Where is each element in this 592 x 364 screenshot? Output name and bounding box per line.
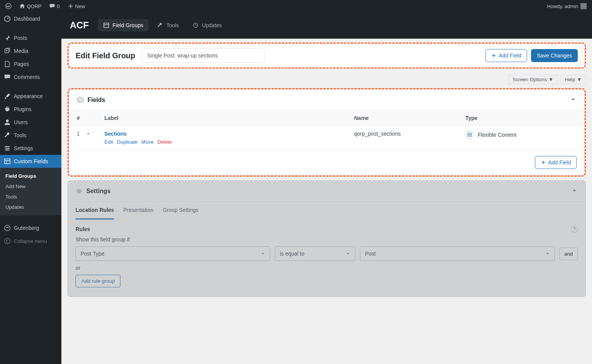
account-link[interactable]: Howdy, admin [547, 3, 589, 9]
settings-panel: Settings Location Rules Presentation Gro… [68, 180, 586, 297]
svg-rect-7 [5, 159, 10, 164]
rules-heading: Rules [76, 226, 90, 232]
screen-options-button[interactable]: Screen Options▼ [508, 75, 557, 84]
svg-point-6 [6, 149, 8, 151]
svg-rect-13 [468, 135, 472, 137]
chevron-down-icon[interactable] [86, 131, 91, 136]
col-type-header: Type [465, 115, 577, 121]
delete-link[interactable]: Delete [157, 139, 172, 145]
menu-appearance[interactable]: Appearance [0, 90, 61, 103]
chevron-down-icon [545, 251, 550, 256]
help-icon[interactable]: ? [571, 226, 578, 233]
tab-location-rules[interactable]: Location Rules [76, 202, 114, 220]
wrench-icon [4, 132, 11, 139]
pin-icon [4, 34, 11, 41]
fields-panel-title: Fields [87, 97, 105, 103]
add-field-button-bottom[interactable]: Add Field [535, 156, 577, 169]
site-name-link[interactable]: QORP [17, 3, 44, 9]
settings-panel-title: Settings [86, 188, 110, 195]
duplicate-link[interactable]: Duplicate [117, 139, 137, 145]
page-title: Edit Field Group [76, 51, 135, 60]
howdy-text: Howdy, admin [547, 3, 578, 9]
highlight-fields-panel: Fields # Label Name Type 1 Sections [68, 88, 586, 177]
layout-icon [4, 158, 11, 165]
menu-users[interactable]: Users [0, 116, 61, 129]
wp-logo[interactable] [3, 3, 14, 9]
svg-point-5 [8, 148, 9, 149]
admin-sidebar: Dashboard Posts Media Pages Comments App… [0, 12, 61, 364]
rule-value-select[interactable]: Post [360, 246, 554, 261]
menu-custom-fields[interactable]: Custom Fields [0, 155, 61, 168]
svg-point-3 [6, 120, 8, 122]
field-group-title-input[interactable] [142, 48, 264, 63]
gutenberg-icon [4, 225, 11, 231]
field-label-link[interactable]: Sections [104, 131, 127, 137]
submenu-tools[interactable]: Tools [0, 192, 61, 202]
submenu-add-new[interactable]: Add New [0, 181, 61, 192]
caret-down-icon: ▼ [577, 77, 582, 82]
menu-posts[interactable]: Posts [0, 31, 61, 44]
rule-operator-select[interactable]: is equal to [275, 246, 355, 261]
acf-tab-tools[interactable]: Tools [152, 19, 184, 31]
collapse-panel-button[interactable] [570, 96, 577, 104]
edit-link[interactable]: Edit [104, 139, 113, 145]
sliders-icon [4, 145, 11, 152]
or-separator: or [76, 265, 578, 271]
field-type-label: Flexible Content [478, 132, 516, 138]
plugin-icon [4, 106, 11, 113]
fields-panel: Fields # Label Name Type 1 Sections [69, 89, 585, 175]
rule-row: Post Type is equal to Post and [76, 246, 578, 261]
tab-presentation[interactable]: Presentation [123, 202, 153, 220]
row-actions: Edit Duplicate Move Delete [104, 139, 354, 145]
menu-gutenberg[interactable]: Gutenberg [0, 221, 61, 234]
help-button[interactable]: Help▼ [561, 75, 586, 84]
chevron-up-icon [570, 96, 577, 103]
collapse-icon [4, 238, 11, 244]
svg-rect-10 [104, 23, 109, 27]
tab-group-settings[interactable]: Group Settings [163, 202, 198, 220]
layout-icon [103, 22, 109, 28]
field-order: 1 [77, 131, 80, 137]
page-icon [4, 61, 11, 67]
menu-media[interactable]: Media [0, 44, 61, 57]
and-button[interactable]: and [559, 248, 578, 260]
comment-icon [49, 3, 55, 9]
collapse-settings-button[interactable] [571, 187, 578, 195]
add-rule-group-button[interactable]: Add rule group [76, 275, 120, 287]
highlight-titlebar: Edit Field Group Add Field Save Changes [68, 43, 586, 69]
user-icon [4, 119, 11, 126]
menu-pages[interactable]: Pages [0, 57, 61, 71]
field-row[interactable]: 1 Sections Edit Duplicate Move Delete qo… [69, 126, 584, 150]
acf-tab-field-groups[interactable]: Field Groups [98, 19, 148, 31]
col-num-header: # [77, 115, 104, 121]
rule-param-select[interactable]: Post Type [76, 246, 270, 261]
acf-tab-updates[interactable]: Updates [187, 19, 227, 31]
menu-settings[interactable]: Settings [0, 142, 61, 155]
save-changes-button[interactable]: Save Changes [531, 49, 578, 62]
comment-icon [4, 74, 11, 80]
comments-link[interactable]: 0 [47, 3, 62, 9]
gear-icon [77, 97, 84, 103]
svg-point-14 [78, 190, 80, 192]
svg-point-4 [6, 146, 7, 148]
menu-plugins[interactable]: Plugins [0, 103, 61, 116]
add-field-button-top[interactable]: Add Field [485, 49, 527, 62]
site-name: QORP [27, 3, 41, 9]
submenu-field-groups[interactable]: Field Groups [0, 171, 61, 181]
chevron-down-icon [261, 251, 265, 256]
wrench-icon [157, 22, 163, 28]
collapse-menu[interactable]: Collapse menu [0, 234, 61, 248]
settings-tabs: Location Rules Presentation Group Settin… [68, 201, 585, 220]
move-link[interactable]: Move [142, 139, 154, 145]
caret-down-icon: ▼ [549, 77, 554, 82]
update-icon [193, 22, 199, 28]
menu-tools[interactable]: Tools [0, 129, 61, 142]
plus-icon [491, 53, 496, 58]
menu-comments[interactable]: Comments [0, 71, 61, 84]
new-link[interactable]: New [65, 3, 87, 9]
submenu-updates[interactable]: Updates [0, 202, 61, 212]
screen-help-bar: Screen Options▼ Help▼ [61, 72, 592, 84]
gear-icon [76, 188, 82, 195]
col-label-header: Label [104, 115, 354, 121]
menu-dashboard[interactable]: Dashboard [0, 12, 61, 25]
